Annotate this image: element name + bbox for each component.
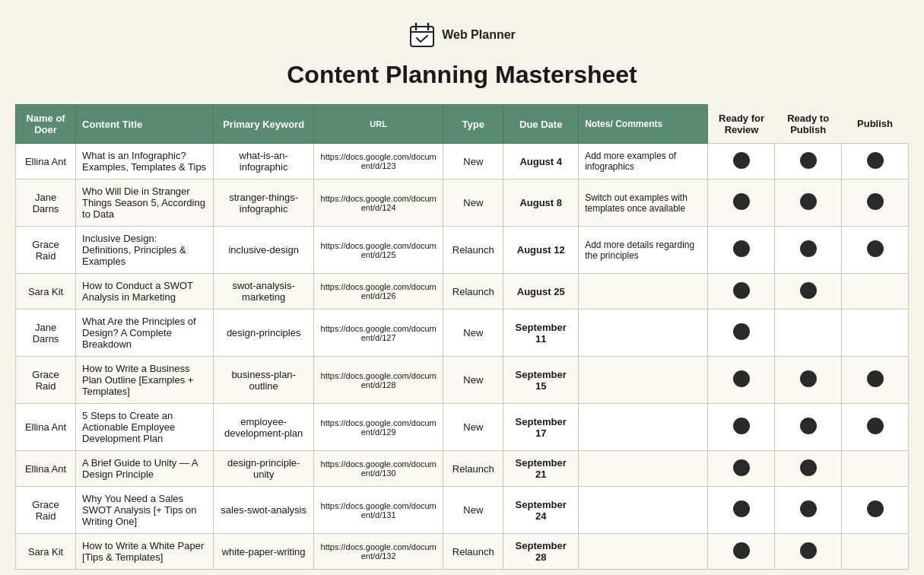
cell-publish	[842, 404, 909, 451]
cell-publish	[842, 310, 909, 357]
header-notes: Notes/ Comments	[579, 105, 708, 144]
table-row: Sara Kit How to Conduct a SWOT Analysis …	[16, 274, 909, 310]
cell-keyword: swot-analysis-marketing	[214, 274, 314, 310]
cell-title: How to Write a White Paper [Tips & Templ…	[76, 534, 214, 570]
cell-publish-ready	[775, 534, 842, 570]
cell-date: September 21	[503, 451, 579, 487]
cell-keyword: white-paper-writing	[214, 534, 314, 570]
status-dot	[800, 418, 817, 434]
status-dot	[800, 193, 817, 210]
cell-url: https://docs.google.com/document/d/131	[314, 487, 443, 534]
cell-name: Grace Raid	[16, 487, 76, 534]
calendar-icon	[408, 21, 436, 49]
cell-publish-ready	[775, 310, 842, 357]
cell-date: August 12	[503, 227, 579, 274]
cell-keyword: employee-development-plan	[214, 404, 314, 451]
cell-review	[708, 274, 775, 310]
cell-type: New	[443, 179, 503, 227]
status-dot	[867, 500, 884, 517]
cell-title: Why You Need a Sales SWOT Analysis [+ Ti…	[76, 487, 214, 534]
status-dot	[800, 542, 817, 559]
table-row: Jane Darns Who Will Die in Stranger Thin…	[16, 179, 909, 227]
cell-publish-ready	[775, 451, 842, 487]
cell-name: Jane Darns	[16, 310, 76, 357]
status-dot	[733, 500, 750, 517]
cell-publish	[842, 451, 909, 487]
cell-url: https://docs.google.com/document/d/126	[314, 274, 443, 310]
cell-url: https://docs.google.com/document/d/129	[314, 404, 443, 451]
cell-publish	[842, 487, 909, 534]
status-dot	[800, 282, 817, 299]
header-review: Ready for Review	[708, 105, 775, 144]
table-row: Ellina Ant A Brief Guide to Unity — A De…	[16, 451, 909, 487]
cell-title: 5 Steps to Create an Actionable Employee…	[76, 404, 214, 451]
cell-review	[708, 357, 775, 404]
status-dot	[733, 542, 750, 559]
cell-publish-ready	[775, 487, 842, 534]
table-row: Grace Raid Why You Need a Sales SWOT Ana…	[16, 487, 909, 534]
cell-date: September 28	[503, 534, 579, 570]
cell-notes	[579, 487, 708, 534]
cell-title: Inclusive Design: Definitions, Principle…	[76, 227, 214, 274]
header-publish_ready: Ready to Publish	[775, 105, 842, 144]
cell-title: Who Will Die in Stranger Things Season 5…	[76, 179, 214, 227]
cell-url: https://docs.google.com/document/d/123	[314, 144, 443, 179]
cell-url: https://docs.google.com/document/d/125	[314, 227, 443, 274]
table-row: Grace Raid How to Write a Business Plan …	[16, 357, 909, 404]
cell-review	[708, 451, 775, 487]
cell-name: Ellina Ant	[16, 404, 76, 451]
cell-name: Ellina Ant	[16, 451, 76, 487]
cell-date: August 25	[503, 274, 579, 310]
cell-publish	[842, 144, 909, 179]
cell-notes: Add more details regarding the principle…	[579, 227, 708, 274]
cell-publish	[842, 274, 909, 310]
header-publish: Publish	[842, 105, 909, 144]
cell-type: New	[443, 404, 503, 451]
cell-publish	[842, 179, 909, 227]
cell-publish	[842, 227, 909, 274]
cell-review	[708, 144, 775, 179]
status-dot	[800, 370, 817, 387]
cell-date: September 17	[503, 404, 579, 451]
cell-review	[708, 227, 775, 274]
cell-url: https://docs.google.com/document/d/128	[314, 357, 443, 404]
status-dot	[733, 193, 750, 210]
cell-publish-ready	[775, 144, 842, 179]
cell-type: Relaunch	[443, 534, 503, 570]
cell-name: Ellina Ant	[16, 144, 76, 179]
cell-date: September 11	[503, 310, 579, 357]
header-keyword: Primary Keyword	[214, 105, 314, 144]
status-dot	[800, 500, 817, 517]
cell-type: Relaunch	[443, 451, 503, 487]
page-title: Content Planning Mastersheet	[15, 61, 909, 89]
cell-notes: Switch out examples with templates once …	[579, 179, 708, 227]
cell-title: A Brief Guide to Unity — A Design Princi…	[76, 451, 214, 487]
cell-keyword: what-is-an-infographic	[214, 144, 314, 179]
content-table-wrap: Name of DoerContent TitlePrimary Keyword…	[15, 104, 909, 570]
cell-type: Relaunch	[443, 274, 503, 310]
cell-publish-ready	[775, 274, 842, 310]
cell-date: September 15	[503, 357, 579, 404]
table-row: Grace Raid Inclusive Design: Definitions…	[16, 227, 909, 274]
cell-name: Sara Kit	[16, 534, 76, 570]
cell-review	[708, 534, 775, 570]
app-header: Web Planner	[15, 21, 909, 49]
status-dot	[733, 459, 750, 476]
cell-keyword: design-principles	[214, 310, 314, 357]
cell-keyword: sales-swot-analysis	[214, 487, 314, 534]
cell-name: Sara Kit	[16, 274, 76, 310]
status-dot	[733, 240, 750, 257]
status-dot	[733, 323, 750, 340]
cell-notes	[579, 534, 708, 570]
status-dot	[733, 152, 750, 169]
status-dot	[800, 240, 817, 257]
cell-keyword: inclusive-design	[214, 227, 314, 274]
header-name: Name of Doer	[16, 105, 76, 144]
cell-url: https://docs.google.com/document/d/132	[314, 534, 443, 570]
status-dot	[867, 240, 884, 257]
cell-type: New	[443, 310, 503, 357]
cell-title: What is an Infographic? Examples, Templa…	[76, 144, 214, 179]
cell-keyword: design-principle-unity	[214, 451, 314, 487]
status-dot	[733, 370, 750, 387]
cell-notes	[579, 357, 708, 404]
